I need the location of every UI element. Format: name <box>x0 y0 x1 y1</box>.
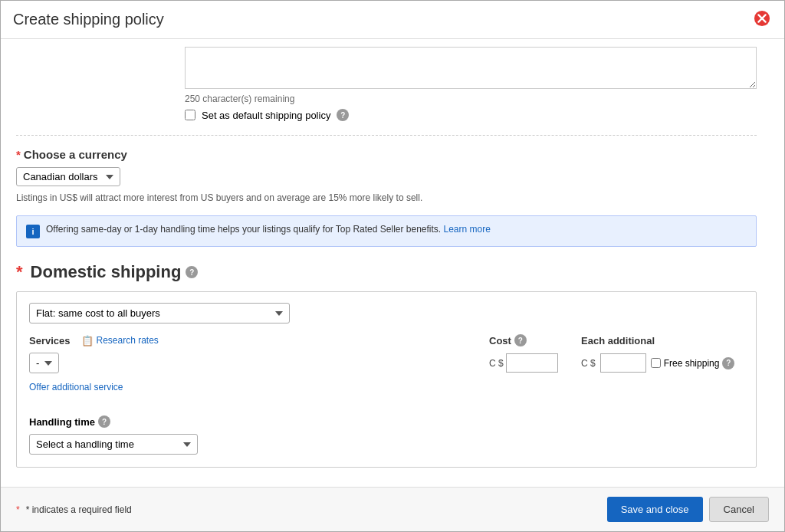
currency-section-label: *Choose a currency <box>16 148 757 161</box>
free-shipping-row: Free shipping ? <box>651 357 735 369</box>
free-shipping-help-icon[interactable]: ? <box>722 357 734 369</box>
char-remaining-text: 250 character(s) remaining <box>185 94 757 104</box>
close-icon <box>754 10 770 27</box>
cancel-button[interactable]: Cancel <box>709 497 769 522</box>
service-inputs-row: - C $ C $ Free shipping <box>29 353 744 373</box>
info-banner: i Offering same-day or 1-day handling ti… <box>16 215 757 247</box>
domestic-shipping-section: * Domestic shipping ? Flat: same cost to… <box>16 262 757 468</box>
footer-required-star: * <box>16 504 20 515</box>
handling-time-section: Handling time ? Select a handling time S… <box>29 415 744 455</box>
modal-footer: * * indicates a required field Save and … <box>1 487 784 531</box>
cost-col-header: Cost ? <box>483 334 575 346</box>
default-policy-checkbox[interactable] <box>185 110 195 120</box>
default-policy-label: Set as default shipping policy <box>202 110 330 121</box>
modal-title: Create shipping policy <box>13 11 164 28</box>
footer-buttons: Save and close Cancel <box>607 497 769 522</box>
section-divider <box>16 135 757 136</box>
description-right: 250 character(s) remaining <box>185 47 757 104</box>
currency-select[interactable]: Canadian dollars US dollars <box>16 167 120 186</box>
cost-input-wrap: C $ <box>483 353 575 373</box>
each-additional-wrap: C $ Free shipping ? <box>575 353 744 373</box>
currency-note: Listings in US$ will attract more intere… <box>16 192 757 203</box>
services-col-header: Services 📋 Research rates <box>29 335 483 346</box>
required-note-text: * indicates a required field <box>26 504 132 515</box>
info-text: Offering same-day or 1-day handling time… <box>46 224 491 235</box>
handling-time-label: Handling time ? <box>29 415 744 428</box>
modal-body: 250 character(s) remaining Set as defaul… <box>1 39 784 487</box>
description-left <box>16 47 185 104</box>
free-shipping-label: Free shipping <box>664 358 720 369</box>
learn-more-link[interactable]: Learn more <box>444 224 491 235</box>
handling-time-help-icon[interactable]: ? <box>98 415 110 428</box>
domestic-required-star: * <box>16 262 23 282</box>
each-additional-input[interactable] <box>600 353 646 373</box>
shipping-box: Flat: same cost to all buyers Calculated… <box>16 291 757 468</box>
close-button[interactable] <box>752 8 772 31</box>
currency-required-star: * <box>16 148 21 161</box>
each-add-currency-label: C $ <box>581 358 596 369</box>
clipboard-icon: 📋 <box>81 335 94 346</box>
handling-time-select[interactable]: Select a handling time Same business day… <box>29 434 198 455</box>
modal-header: Create shipping policy <box>1 1 784 39</box>
offer-additional-service-link[interactable]: Offer additional service <box>29 382 123 392</box>
save-and-close-button[interactable]: Save and close <box>607 497 703 522</box>
cost-currency-label: C $ <box>489 358 504 369</box>
required-note: * * indicates a required field <box>16 504 132 515</box>
info-icon: i <box>26 225 40 238</box>
domestic-shipping-help-icon[interactable]: ? <box>186 266 198 278</box>
research-rates-button[interactable]: 📋 Research rates <box>81 335 159 346</box>
cost-input[interactable] <box>506 353 558 373</box>
currency-section: *Choose a currency Canadian dollars US d… <box>16 148 757 203</box>
services-header-row: Services 📋 Research rates Cost ? <box>29 334 744 346</box>
domestic-shipping-title: * Domestic shipping ? <box>16 262 757 282</box>
free-shipping-checkbox[interactable] <box>651 358 661 368</box>
description-area: 250 character(s) remaining <box>16 47 757 104</box>
services-label: Services <box>29 335 71 346</box>
description-textarea[interactable] <box>185 47 757 89</box>
service-select-col: - <box>29 353 483 373</box>
content-area: 250 character(s) remaining Set as defaul… <box>1 39 772 483</box>
default-policy-row: Set as default shipping policy ? <box>185 109 757 121</box>
each-additional-col-header: Each additional <box>575 335 744 346</box>
cost-help-icon[interactable]: ? <box>514 334 527 346</box>
default-policy-help-icon[interactable]: ? <box>337 109 349 121</box>
service-select[interactable]: - <box>29 353 59 373</box>
create-shipping-policy-modal: Create shipping policy 250 character(s) … <box>0 0 785 532</box>
flat-rate-select[interactable]: Flat: same cost to all buyers Calculated… <box>29 303 290 323</box>
